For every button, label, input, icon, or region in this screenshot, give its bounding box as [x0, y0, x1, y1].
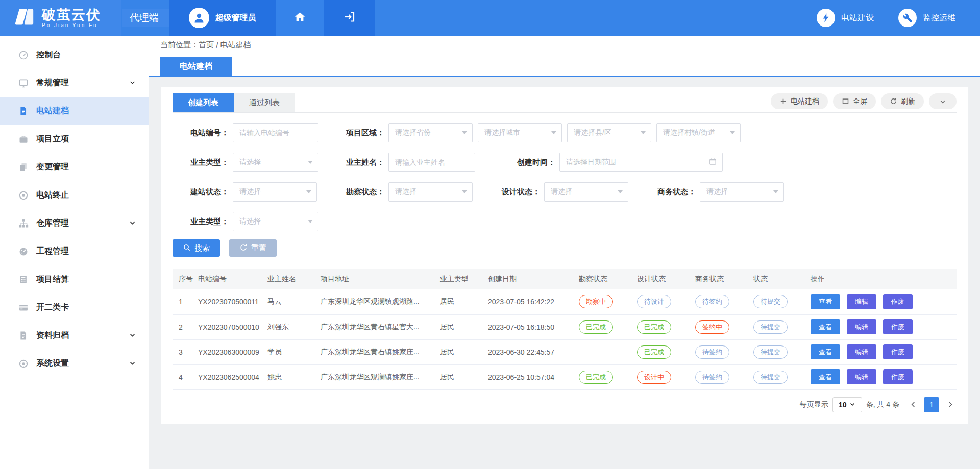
- monitor-icon: [18, 78, 29, 88]
- business-status-label: 商务状态：: [640, 187, 696, 197]
- brand-title: 破茧云伏: [42, 7, 101, 22]
- station-table: 序号 电站编号 业主姓名 项目地址 业主类型 创建日期 勘察状态 设计状态 商务…: [173, 269, 957, 390]
- chevron-down-icon: [129, 331, 136, 340]
- view-button[interactable]: 查看: [811, 294, 840, 309]
- content-area: 创建列表 通过列表 电站建档 全屏: [149, 77, 980, 469]
- user-name: 超级管理员: [215, 13, 256, 23]
- view-button[interactable]: 查看: [811, 344, 840, 359]
- fullscreen-button[interactable]: 全屏: [833, 93, 876, 109]
- sidebar-item-station-terminate[interactable]: 电站终止: [0, 181, 149, 209]
- nav-station-build-label: 电站建设: [841, 13, 874, 23]
- brand-logo: 破茧云伏 Po Jian Yun Fu: [0, 0, 121, 36]
- sidebar-item-station-archive[interactable]: 电站建档: [0, 97, 149, 125]
- file-icon: [18, 106, 29, 116]
- sidebar-item-project-settlement[interactable]: 项目结算: [0, 265, 149, 293]
- lightning-icon: [817, 9, 835, 27]
- city-select[interactable]: 请选择城市: [478, 123, 562, 142]
- status-badge: 待提交: [753, 320, 788, 334]
- chevron-down-icon: [129, 219, 136, 228]
- chevron-down-icon: [129, 79, 136, 88]
- status-badge: 已完成: [637, 345, 671, 359]
- sidebar-item-open-type2-card[interactable]: 开二类卡: [0, 293, 149, 322]
- date-range-input[interactable]: 请选择日期范围: [559, 153, 723, 172]
- page-tab-station-archive[interactable]: 电站建档: [160, 57, 232, 76]
- sidebar-item-project-initiation[interactable]: 项目立项: [0, 125, 149, 153]
- page-tab-bar: 电站建档: [149, 55, 980, 77]
- nav-station-build[interactable]: 电站建设: [817, 0, 874, 36]
- page-number-button[interactable]: 1: [924, 397, 939, 412]
- caret-down-icon: [730, 131, 735, 134]
- caret-down-icon: [308, 220, 313, 223]
- breadcrumb-home-link[interactable]: 首页: [199, 40, 214, 50]
- sidebar-item-general-mgmt[interactable]: 常规管理: [0, 69, 149, 97]
- sidebar-item-system-settings[interactable]: 系统设置: [0, 350, 149, 378]
- void-button[interactable]: 作废: [883, 344, 913, 359]
- sitemap-icon: [18, 218, 29, 229]
- view-button[interactable]: 查看: [811, 369, 840, 384]
- void-button[interactable]: 作废: [883, 294, 913, 309]
- app-root: 破茧云伏 Po Jian Yun Fu 代理端 超级管理员: [0, 0, 980, 469]
- sidebar-item-console[interactable]: 控制台: [0, 41, 149, 69]
- create-time-label: 创建时间：: [499, 158, 555, 167]
- owner-type2-select[interactable]: 请选择: [233, 212, 318, 231]
- edit-button[interactable]: 编辑: [847, 369, 876, 384]
- home-button[interactable]: [276, 0, 324, 36]
- void-button[interactable]: 作废: [883, 319, 913, 334]
- caret-down-icon: [551, 131, 556, 134]
- owner-name-input[interactable]: [388, 153, 475, 172]
- tab-create-list[interactable]: 创建列表: [173, 93, 234, 112]
- nav-monitor-ops[interactable]: 监控运维: [898, 0, 955, 36]
- edit-button[interactable]: 编辑: [847, 344, 876, 359]
- prev-page-button[interactable]: [906, 397, 920, 412]
- refresh-button[interactable]: 刷新: [881, 93, 924, 109]
- reset-button[interactable]: 重置: [229, 239, 277, 257]
- sidebar-item-engineering-mgmt[interactable]: 工程管理: [0, 237, 149, 265]
- edit-button[interactable]: 编辑: [847, 294, 876, 309]
- per-page-select[interactable]: 10: [832, 397, 862, 412]
- station-no-input[interactable]: [233, 123, 318, 142]
- copy-icon: [18, 162, 29, 172]
- caret-down-icon: [462, 131, 467, 134]
- business-status-select[interactable]: 请选择: [700, 182, 784, 202]
- view-button[interactable]: 查看: [811, 319, 840, 334]
- design-status-select[interactable]: 请选择: [544, 182, 628, 202]
- county-select[interactable]: 请选择县/区: [567, 123, 651, 142]
- build-status-select[interactable]: 请选择: [233, 182, 317, 202]
- main-card: 创建列表 通过列表 电站建档 全屏: [161, 87, 968, 424]
- tab-passed-list[interactable]: 通过列表: [234, 93, 295, 112]
- logout-icon: [344, 11, 356, 25]
- region-label: 项目区域：: [328, 128, 384, 138]
- sidebar-item-change-mgmt[interactable]: 变更管理: [0, 153, 149, 181]
- settings-icon: [18, 359, 29, 369]
- sidebar-item-data-archive[interactable]: 资料归档: [0, 322, 149, 350]
- sidebar-item-warehouse-mgmt[interactable]: 仓库管理: [0, 209, 149, 237]
- edit-button[interactable]: 编辑: [847, 319, 876, 334]
- status-badge: 待签约: [695, 345, 729, 359]
- void-button[interactable]: 作废: [883, 369, 913, 384]
- breadcrumb: 当前位置： 首页 / 电站建档: [149, 36, 980, 55]
- next-page-button[interactable]: [943, 397, 957, 412]
- owner-type2-label: 业主类型：: [173, 217, 229, 227]
- current-user[interactable]: 超级管理员: [169, 0, 276, 36]
- caret-down-icon: [618, 190, 623, 193]
- search-button[interactable]: 搜索: [173, 239, 220, 257]
- owner-type-select[interactable]: 请选择: [233, 153, 318, 172]
- province-select[interactable]: 请选择省份: [388, 123, 473, 142]
- collapse-button[interactable]: [929, 93, 957, 109]
- survey-status-select[interactable]: 请选择: [388, 182, 473, 202]
- gauge-icon: [18, 246, 29, 257]
- logout-button[interactable]: [324, 0, 375, 36]
- brand-logo-icon: [12, 7, 36, 29]
- status-badge: 待签约: [695, 295, 729, 308]
- top-header: 破茧云伏 Po Jian Yun Fu 代理端 超级管理员: [0, 0, 980, 36]
- calendar-icon: [708, 157, 717, 168]
- town-select[interactable]: 请选择村镇/街道: [656, 123, 741, 142]
- caret-down-icon: [306, 190, 311, 193]
- breadcrumb-prefix: 当前位置：: [160, 40, 199, 50]
- table-header-row: 序号 电站编号 业主姓名 项目地址 业主类型 创建日期 勘察状态 设计状态 商务…: [173, 269, 957, 289]
- plus-icon: [779, 97, 787, 105]
- status-badge: 待提交: [753, 345, 788, 359]
- card-header: 创建列表 通过列表 电站建档 全屏: [173, 93, 957, 113]
- add-station-button[interactable]: 电站建档: [771, 93, 828, 109]
- brand-subtitle: Po Jian Yun Fu: [42, 22, 101, 29]
